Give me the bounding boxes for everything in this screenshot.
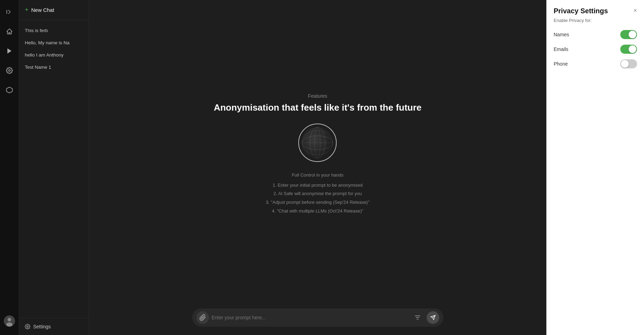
hero-section: Features Anonymisation that feels like i… [207, 0, 429, 308]
privacy-names-toggle[interactable] [620, 30, 637, 39]
main-heading: Anonymisation that feels like it's from … [214, 102, 422, 113]
features-label: Features [308, 93, 327, 99]
privacy-panel: Privacy Settings × Enable Privacy for: N… [546, 0, 644, 335]
chat-item[interactable]: Hello, My name is Na [19, 37, 89, 49]
step-4: 4. "Chat with multiple LLMs (Oct'24 Rele… [266, 207, 369, 216]
new-chat-label: New Chat [31, 7, 54, 13]
attach-button[interactable] [196, 311, 209, 324]
toggle-thumb-emails [629, 45, 636, 53]
chat-list: This is ferb Hello, My name is Na hello … [19, 20, 89, 318]
privacy-phone-label: Phone [554, 61, 568, 67]
chat-item[interactable]: This is ferb [19, 24, 89, 37]
privacy-phone-row: Phone [554, 59, 637, 68]
step-2: 2. AI Safe will anonymise the prompt for… [266, 189, 369, 198]
toggle-track-names[interactable] [620, 30, 637, 39]
toggle-thumb-phone [621, 60, 629, 68]
svg-point-6 [6, 322, 13, 327]
chat-item[interactable]: hello I am Anthony [19, 49, 89, 61]
toggle-track-phone[interactable] [620, 59, 637, 68]
input-area [185, 308, 450, 327]
collapse-icon[interactable] [3, 6, 16, 18]
sidebar: + New Chat This is ferb Hello, My name i… [19, 0, 89, 335]
privacy-emails-label: Emails [554, 46, 568, 52]
privacy-phone-toggle[interactable] [620, 59, 637, 68]
privacy-names-label: Names [554, 32, 569, 37]
settings-label: Settings [33, 324, 51, 329]
input-bar [192, 308, 443, 327]
main-content-area: Features Anonymisation that feels like i… [89, 0, 546, 335]
svg-point-2 [9, 70, 10, 72]
toggle-track-emails[interactable] [620, 45, 637, 54]
svg-point-5 [8, 318, 11, 321]
svg-marker-1 [7, 49, 12, 54]
feature-tagline: Full Control in your hands [292, 172, 343, 178]
privacy-header: Privacy Settings × [554, 7, 637, 15]
globe-inner [302, 127, 333, 158]
privacy-names-row: Names [554, 30, 637, 39]
svg-point-7 [27, 326, 28, 327]
close-privacy-button[interactable]: × [633, 7, 637, 14]
new-chat-plus-icon: + [25, 6, 29, 14]
new-chat-button[interactable]: + New Chat [19, 0, 89, 20]
hex-icon[interactable] [3, 84, 16, 96]
privacy-title: Privacy Settings [554, 7, 608, 15]
toggle-thumb-names [629, 31, 636, 38]
chat-item[interactable]: Test Name 1 [19, 61, 89, 73]
step-3: 3. "Adjust prompt before sending (Sep'24… [266, 198, 369, 207]
play-icon[interactable] [3, 45, 16, 57]
filter-icon[interactable] [411, 311, 424, 324]
globe-visual [298, 124, 337, 162]
settings-button[interactable]: Settings [25, 324, 83, 329]
privacy-emails-toggle[interactable] [620, 45, 637, 54]
user-avatar[interactable] [4, 315, 15, 327]
sidebar-footer: Settings [19, 318, 89, 335]
home-icon[interactable] [3, 25, 16, 38]
privacy-emails-row: Emails [554, 45, 637, 54]
feature-steps: 1. Enter your initial prompt to be anony… [266, 181, 369, 216]
icon-bar [0, 0, 19, 335]
svg-marker-3 [7, 87, 13, 93]
privacy-subtitle: Enable Privacy for: [554, 18, 637, 23]
settings-icon[interactable] [3, 64, 16, 77]
prompt-input[interactable] [212, 315, 409, 320]
step-1: 1. Enter your initial prompt to be anony… [266, 181, 369, 190]
send-button[interactable] [427, 311, 439, 324]
